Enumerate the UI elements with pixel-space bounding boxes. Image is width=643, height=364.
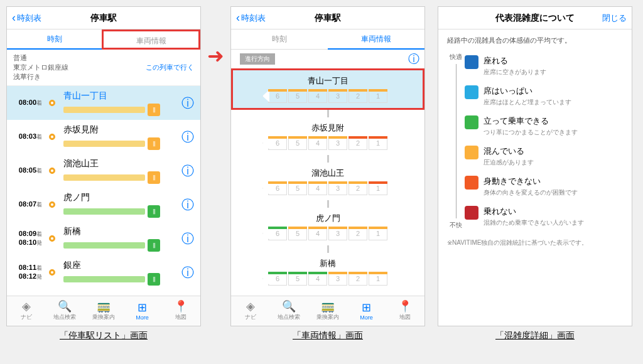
- car-stop-block: 虎ノ門654321: [231, 208, 424, 245]
- tabbar-item-地図[interactable]: 📍地図: [161, 296, 200, 326]
- legend-label: 混んでいる: [484, 146, 534, 157]
- car-info-screen: ‹時刻表 停車駅 時刻 車両情報 進行方向 ⓘ 青山一丁目654321赤坂見附6…: [230, 6, 425, 326]
- tabs: 時刻 車両情報: [231, 29, 424, 50]
- swatch: [465, 55, 478, 69]
- car-cell: 1: [369, 181, 387, 195]
- legend-label: 身動きできない: [484, 176, 578, 187]
- tabbar-item-ナビ[interactable]: ◈ナビ: [7, 296, 46, 326]
- info-icon[interactable]: ⓘ: [181, 163, 194, 179]
- stop-row[interactable]: 08:11着 08:12発 銀座 ⦀ ⓘ: [7, 255, 200, 289]
- car-cell: 2: [349, 272, 367, 286]
- car-cell: 2: [349, 89, 367, 103]
- legend-label: 乗れない: [484, 206, 584, 217]
- congestion-icon: ⦀: [148, 239, 160, 252]
- congestion-icon: ⦀: [148, 171, 160, 184]
- train-dest: 浅草行き: [13, 72, 68, 82]
- car-list: 青山一丁目654321赤坂見附654321溜池山王654321虎ノ門654321…: [231, 68, 424, 296]
- car-cell: 3: [328, 272, 347, 286]
- time: 08:03着: [7, 132, 46, 141]
- back-button[interactable]: ‹時刻表: [236, 11, 266, 24]
- car-row: 654321: [244, 227, 412, 240]
- tabbar-icon: 🚃: [97, 301, 111, 312]
- info-icon[interactable]: ⓘ: [181, 95, 194, 112]
- car-cell: 6: [268, 89, 287, 103]
- stop-name: 赤坂見附: [63, 124, 175, 136]
- stop-row[interactable]: 08:09着 08:10発 新橋 ⦀ ⓘ: [7, 222, 200, 255]
- train-info: 普通 東京メトロ銀座線 浅草行き この列車で行く: [7, 50, 200, 86]
- tabbar-item-乗換案内[interactable]: 🚃乗換案内: [308, 296, 347, 326]
- tab-car-info[interactable]: 車両情報: [328, 29, 424, 50]
- info-icon[interactable]: ⓘ: [181, 264, 194, 281]
- time: 08:00着: [7, 99, 46, 107]
- arrow-icon: ➜: [207, 44, 224, 68]
- stop-name: 銀座: [63, 260, 175, 271]
- car-cell: 4: [308, 272, 327, 286]
- train-line: 東京メトロ銀座線: [13, 63, 68, 72]
- stop-row[interactable]: 08:07着 虎ノ門 ⦀ ⓘ: [7, 188, 200, 222]
- legend-label: 座れる: [484, 55, 546, 67]
- tabbar-icon: ◈: [246, 301, 255, 312]
- car-cell: 6: [268, 227, 287, 240]
- stop-name: 虎ノ門: [244, 213, 412, 224]
- info-icon[interactable]: ⓘ: [408, 51, 419, 67]
- car-cell: 6: [268, 272, 287, 286]
- car-cell: 5: [288, 181, 307, 195]
- info-icon[interactable]: ⓘ: [181, 230, 194, 247]
- go-with-train-link[interactable]: この列車で行く: [146, 63, 194, 72]
- tabbar-icon: 🔍: [58, 301, 72, 312]
- swatch: [465, 176, 478, 190]
- page-title: 停車駅: [90, 13, 117, 24]
- car-cell: 6: [268, 181, 287, 195]
- congestion-bar: [63, 276, 145, 282]
- tab-car-info[interactable]: 車両情報: [102, 29, 200, 50]
- stop-name: 虎ノ門: [63, 192, 175, 203]
- chevron-left-icon: ‹: [236, 11, 240, 24]
- caption: 「混雑度詳細」画面: [495, 330, 575, 341]
- legend-sub: つり革につかまることができます: [484, 128, 578, 137]
- car-cell: 6: [268, 136, 287, 150]
- info-icon[interactable]: ⓘ: [181, 129, 194, 146]
- time: 08:07着: [7, 200, 46, 209]
- car-stop-block: 赤坂見附654321: [231, 117, 424, 155]
- tab-time[interactable]: 時刻: [7, 29, 102, 50]
- car-cell: 2: [349, 181, 367, 195]
- car-stop-block: 青山一丁目654321: [231, 68, 424, 110]
- tabbar-item-地点検索[interactable]: 🔍地点検索: [46, 296, 85, 326]
- legend-sub: 座席はほとんど埋まっています: [484, 98, 571, 107]
- tabbar-label: 乗換案内: [316, 313, 339, 321]
- time: 08:09着 08:10発: [7, 230, 46, 247]
- car-stop-block: 溜池山王654321: [231, 163, 424, 200]
- stop-row[interactable]: 08:05着 溜池山王 ⦀ ⓘ: [7, 154, 200, 188]
- tabbar-label: 地図: [175, 313, 186, 321]
- tabbar-item-More[interactable]: ⊞More: [347, 296, 386, 326]
- legend-item: 座れる 座席に空きがあります: [465, 55, 623, 77]
- tabbar-item-More[interactable]: ⊞More: [123, 296, 162, 326]
- tabbar-item-乗換案内[interactable]: 🚃乗換案内: [84, 296, 123, 326]
- tabbar-label: 乗換案内: [92, 313, 115, 321]
- stop-row[interactable]: 08:03着 赤坂見附 ⦀ ⓘ: [7, 120, 200, 154]
- info-icon[interactable]: ⓘ: [181, 196, 194, 213]
- header: ‹時刻表 停車駅: [231, 7, 424, 29]
- tabbar-item-地点検索[interactable]: 🔍地点検索: [270, 296, 309, 326]
- congestion-icon: ⦀: [148, 137, 160, 150]
- stop-row[interactable]: 08:00着 青山一丁目 ⦀ ⓘ: [7, 86, 200, 120]
- legend-label: 立って乗車できる: [484, 115, 578, 127]
- car-row: 654321: [244, 272, 412, 286]
- car-row: 654321: [244, 181, 412, 195]
- tabbar-item-ナビ[interactable]: ◈ナビ: [231, 296, 270, 326]
- car-cell: 4: [308, 89, 327, 103]
- tabbar: ◈ナビ🔍地点検索🚃乗換案内⊞More📍地図: [7, 296, 200, 326]
- tabbar-icon: 📍: [398, 301, 412, 312]
- congestion-bar: [63, 107, 145, 113]
- legend-item: 身動きできない 身体の向きを変えるのが困難です: [465, 176, 623, 197]
- close-button[interactable]: 閉じる: [602, 13, 627, 24]
- legend-body: 経路中の混雑具合の体感値の平均です。 快適 不快 座れる 座席に空きがあります …: [438, 29, 632, 326]
- tabbar-icon: ⊞: [362, 302, 371, 313]
- legend-item: 席はいっぱい 座席はほとんど埋まっています: [465, 85, 623, 107]
- time: 08:11着 08:12発: [7, 264, 46, 281]
- back-button[interactable]: ‹時刻表: [12, 11, 41, 24]
- tab-time[interactable]: 時刻: [231, 29, 328, 50]
- tabbar-item-地図[interactable]: 📍地図: [386, 296, 424, 326]
- stop-list: 08:00着 青山一丁目 ⦀ ⓘ 08:03着 赤坂見附 ⦀ ⓘ 08:05着: [7, 86, 200, 296]
- congestion-icon: ⦀: [148, 273, 160, 286]
